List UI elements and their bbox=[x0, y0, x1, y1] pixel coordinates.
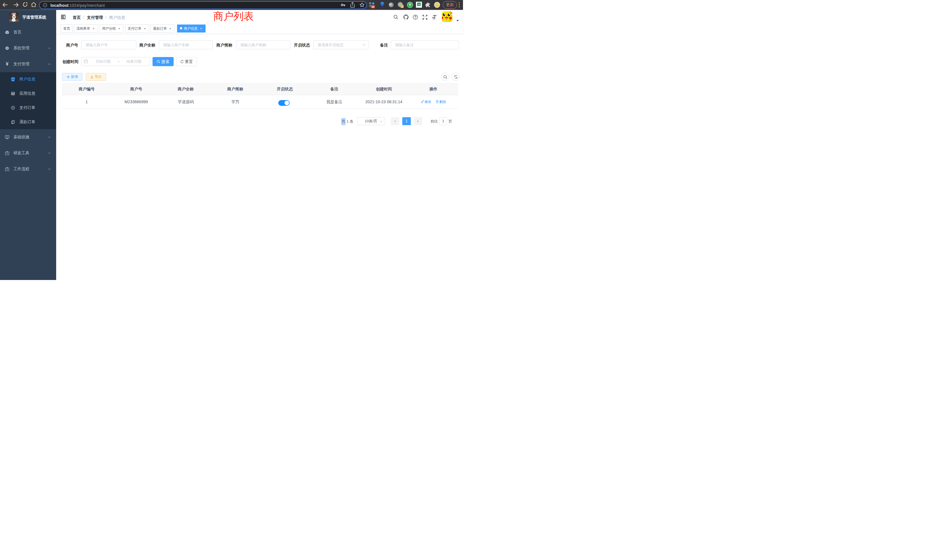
svg-text:¥: ¥ bbox=[12, 107, 14, 109]
svg-text:10: 10 bbox=[371, 5, 374, 8]
svg-text:1: 1 bbox=[401, 5, 403, 8]
